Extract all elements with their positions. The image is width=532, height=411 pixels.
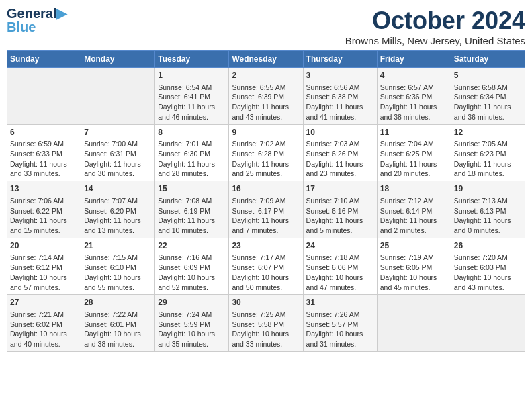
calendar-cell [377, 295, 451, 352]
day-number: 6 [10, 127, 78, 138]
day-number: 26 [454, 240, 522, 252]
calendar-table: SundayMondayTuesdayWednesdayThursdayFrid… [7, 50, 525, 352]
day-number: 22 [158, 240, 226, 252]
calendar-cell [81, 68, 155, 125]
calendar-cell: 18Sunrise: 7:12 AM Sunset: 6:14 PM Dayli… [377, 181, 451, 238]
day-number: 5 [454, 70, 522, 81]
day-number: 8 [158, 127, 226, 138]
day-detail: Sunrise: 7:01 AM Sunset: 6:30 PM Dayligh… [158, 139, 226, 179]
day-detail: Sunrise: 7:00 AM Sunset: 6:31 PM Dayligh… [84, 139, 152, 179]
calendar-cell: 20Sunrise: 7:14 AM Sunset: 6:12 PM Dayli… [7, 238, 81, 295]
calendar-cell: 21Sunrise: 7:15 AM Sunset: 6:10 PM Dayli… [81, 238, 155, 295]
day-number: 7 [84, 127, 152, 138]
day-detail: Sunrise: 7:26 AM Sunset: 5:57 PM Dayligh… [306, 310, 374, 349]
day-number: 24 [306, 240, 374, 252]
day-number: 23 [232, 240, 300, 252]
day-number: 21 [84, 240, 152, 252]
day-number: 12 [454, 127, 522, 138]
calendar-cell: 19Sunrise: 7:13 AM Sunset: 6:13 PM Dayli… [451, 181, 525, 238]
day-number: 18 [380, 183, 448, 195]
calendar-week-2: 6Sunrise: 6:59 AM Sunset: 6:33 PM Daylig… [7, 124, 525, 181]
day-number: 1 [158, 70, 226, 81]
day-number: 28 [84, 297, 152, 308]
day-detail: Sunrise: 7:05 AM Sunset: 6:23 PM Dayligh… [454, 139, 522, 179]
weekday-header-tuesday: Tuesday [155, 51, 229, 68]
day-detail: Sunrise: 6:58 AM Sunset: 6:34 PM Dayligh… [454, 83, 522, 122]
calendar-cell: 22Sunrise: 7:16 AM Sunset: 6:09 PM Dayli… [155, 238, 229, 295]
day-detail: Sunrise: 7:15 AM Sunset: 6:10 PM Dayligh… [84, 253, 152, 292]
calendar-cell: 30Sunrise: 7:25 AM Sunset: 5:58 PM Dayli… [229, 295, 303, 352]
day-detail: Sunrise: 7:24 AM Sunset: 5:59 PM Dayligh… [158, 310, 226, 349]
calendar-cell [451, 295, 525, 352]
calendar-cell: 27Sunrise: 7:21 AM Sunset: 6:02 PM Dayli… [7, 295, 81, 352]
calendar-cell: 17Sunrise: 7:10 AM Sunset: 6:16 PM Dayli… [303, 181, 377, 238]
day-detail: Sunrise: 7:12 AM Sunset: 6:14 PM Dayligh… [380, 196, 448, 236]
calendar-cell: 3Sunrise: 6:56 AM Sunset: 6:38 PM Daylig… [303, 68, 377, 125]
day-number: 19 [454, 183, 522, 195]
calendar-cell: 7Sunrise: 7:00 AM Sunset: 6:31 PM Daylig… [81, 124, 155, 181]
month-title: October 2024 [345, 7, 525, 35]
calendar-cell: 8Sunrise: 7:01 AM Sunset: 6:30 PM Daylig… [155, 124, 229, 181]
logo: General▶ Blue [7, 7, 66, 34]
calendar-cell: 9Sunrise: 7:02 AM Sunset: 6:28 PM Daylig… [229, 124, 303, 181]
day-detail: Sunrise: 7:18 AM Sunset: 6:06 PM Dayligh… [306, 253, 374, 292]
day-detail: Sunrise: 7:07 AM Sunset: 6:20 PM Dayligh… [84, 196, 152, 236]
calendar-cell: 26Sunrise: 7:20 AM Sunset: 6:03 PM Dayli… [451, 238, 525, 295]
day-detail: Sunrise: 7:08 AM Sunset: 6:19 PM Dayligh… [158, 196, 226, 236]
weekday-header-saturday: Saturday [451, 51, 525, 68]
day-number: 3 [306, 70, 374, 81]
calendar-cell: 28Sunrise: 7:22 AM Sunset: 6:01 PM Dayli… [81, 295, 155, 352]
calendar-cell: 25Sunrise: 7:19 AM Sunset: 6:05 PM Dayli… [377, 238, 451, 295]
calendar-cell: 24Sunrise: 7:18 AM Sunset: 6:06 PM Dayli… [303, 238, 377, 295]
day-detail: Sunrise: 7:04 AM Sunset: 6:25 PM Dayligh… [380, 139, 448, 179]
calendar-week-4: 20Sunrise: 7:14 AM Sunset: 6:12 PM Dayli… [7, 238, 525, 295]
calendar-body: 1Sunrise: 6:54 AM Sunset: 6:41 PM Daylig… [7, 68, 525, 352]
calendar-cell: 4Sunrise: 6:57 AM Sunset: 6:36 PM Daylig… [377, 68, 451, 125]
calendar-header-row: SundayMondayTuesdayWednesdayThursdayFrid… [7, 51, 525, 68]
calendar-cell: 5Sunrise: 6:58 AM Sunset: 6:34 PM Daylig… [451, 68, 525, 125]
calendar-cell: 29Sunrise: 7:24 AM Sunset: 5:59 PM Dayli… [155, 295, 229, 352]
day-detail: Sunrise: 7:09 AM Sunset: 6:17 PM Dayligh… [232, 196, 300, 236]
calendar-cell: 31Sunrise: 7:26 AM Sunset: 5:57 PM Dayli… [303, 295, 377, 352]
day-detail: Sunrise: 6:56 AM Sunset: 6:38 PM Dayligh… [306, 83, 374, 122]
page-header: General▶ Blue October 2024 Browns Mills,… [7, 7, 525, 46]
title-block: October 2024 Browns Mills, New Jersey, U… [345, 7, 525, 46]
day-detail: Sunrise: 7:17 AM Sunset: 6:07 PM Dayligh… [232, 253, 300, 292]
calendar-cell: 6Sunrise: 6:59 AM Sunset: 6:33 PM Daylig… [7, 124, 81, 181]
day-detail: Sunrise: 7:03 AM Sunset: 6:26 PM Dayligh… [306, 139, 374, 179]
day-number: 13 [10, 183, 78, 195]
weekday-header-thursday: Thursday [303, 51, 377, 68]
calendar-cell: 13Sunrise: 7:06 AM Sunset: 6:22 PM Dayli… [7, 181, 81, 238]
day-detail: Sunrise: 7:16 AM Sunset: 6:09 PM Dayligh… [158, 253, 226, 292]
calendar-week-3: 13Sunrise: 7:06 AM Sunset: 6:22 PM Dayli… [7, 181, 525, 238]
weekday-header-sunday: Sunday [7, 51, 81, 68]
day-number: 4 [380, 70, 448, 81]
location: Browns Mills, New Jersey, United States [345, 35, 525, 46]
calendar-cell: 16Sunrise: 7:09 AM Sunset: 6:17 PM Dayli… [229, 181, 303, 238]
day-number: 10 [306, 127, 374, 138]
day-detail: Sunrise: 6:55 AM Sunset: 6:39 PM Dayligh… [232, 83, 300, 122]
calendar-cell: 12Sunrise: 7:05 AM Sunset: 6:23 PM Dayli… [451, 124, 525, 181]
calendar-cell: 2Sunrise: 6:55 AM Sunset: 6:39 PM Daylig… [229, 68, 303, 125]
weekday-header-wednesday: Wednesday [229, 51, 303, 68]
day-number: 30 [232, 297, 300, 308]
day-number: 29 [158, 297, 226, 308]
day-detail: Sunrise: 7:20 AM Sunset: 6:03 PM Dayligh… [454, 253, 522, 292]
day-number: 9 [232, 127, 300, 138]
day-detail: Sunrise: 7:21 AM Sunset: 6:02 PM Dayligh… [10, 310, 78, 349]
day-detail: Sunrise: 7:25 AM Sunset: 5:58 PM Dayligh… [232, 310, 300, 349]
day-detail: Sunrise: 7:13 AM Sunset: 6:13 PM Dayligh… [454, 196, 522, 236]
day-number: 2 [232, 70, 300, 81]
calendar-cell [7, 68, 81, 125]
day-detail: Sunrise: 7:22 AM Sunset: 6:01 PM Dayligh… [84, 310, 152, 349]
day-number: 20 [10, 240, 78, 252]
day-detail: Sunrise: 7:19 AM Sunset: 6:05 PM Dayligh… [380, 253, 448, 292]
day-detail: Sunrise: 6:59 AM Sunset: 6:33 PM Dayligh… [10, 139, 78, 179]
day-detail: Sunrise: 7:10 AM Sunset: 6:16 PM Dayligh… [306, 196, 374, 236]
day-number: 27 [10, 297, 78, 308]
day-number: 14 [84, 183, 152, 195]
day-detail: Sunrise: 6:57 AM Sunset: 6:36 PM Dayligh… [380, 83, 448, 122]
day-number: 15 [158, 183, 226, 195]
calendar-cell: 23Sunrise: 7:17 AM Sunset: 6:07 PM Dayli… [229, 238, 303, 295]
calendar-cell: 15Sunrise: 7:08 AM Sunset: 6:19 PM Dayli… [155, 181, 229, 238]
